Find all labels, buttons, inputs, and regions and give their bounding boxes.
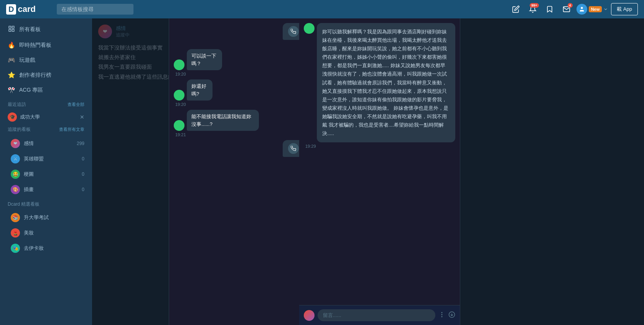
league-board-icon: ⚔ xyxy=(11,154,20,163)
meme-board-icon: 😂 xyxy=(11,170,20,179)
notification-btn[interactable]: 99+ xyxy=(526,2,540,16)
phone-icon-1 xyxy=(288,26,299,37)
sender-avatar-1 xyxy=(174,59,184,70)
bookmark-icon xyxy=(546,5,553,13)
chat-panel-right: 妳可以聽我解釋嗎？我是因為跟同事去酒店剛好碰到妳妹妹在坐檯，我後來喝太醉買他出場… xyxy=(299,18,460,325)
logo[interactable]: D card xyxy=(6,4,52,15)
grid-icon xyxy=(8,25,15,34)
acg-label: ACG 專區 xyxy=(19,87,43,94)
sender-avatar-2 xyxy=(174,90,184,101)
cosplay-label: 去伊卡妝 xyxy=(24,245,44,252)
nav-icons: 99+ 4 New xyxy=(509,2,638,16)
edit-icon xyxy=(512,5,520,13)
svg-rect-3 xyxy=(12,30,14,31)
sidebar-item-games[interactable]: 🎮 玩遊戲 xyxy=(0,53,92,68)
chat-call-1: 取消 19:19 xyxy=(174,23,317,46)
sidebar-item-cosplay[interactable]: 🎭 去伊卡妝 xyxy=(0,241,92,256)
all-boards-label: 所有看板 xyxy=(19,26,41,33)
content-area: ❤ 感情 追蹤中 我當下沒辦法接受這個事實 就搬去外婆家住 我男友一直要跟我碰面… xyxy=(92,18,644,325)
footer-icons xyxy=(438,311,455,320)
chat-call-2: 取消 19:21 xyxy=(174,140,317,163)
romance-board-icon: ❤ xyxy=(11,139,20,148)
long-msg-row: 妳可以聽我解釋嗎？我是因為跟同事去酒店剛好碰到妳妹妹在坐檯，我後來喝太醉買他出場… xyxy=(304,23,455,148)
timestamp-right: 19:29 xyxy=(304,144,318,148)
sidebar-item-meme[interactable]: 😂 梗圖 0 xyxy=(0,167,92,182)
dcard-boards-header: Dcard 精選看板 xyxy=(0,197,92,210)
sender-avatar-3 xyxy=(174,120,184,131)
creators-label: 創作者排行榜 xyxy=(19,72,51,79)
chat-footer-right xyxy=(299,305,460,325)
scroll-down-btn[interactable] xyxy=(448,311,455,320)
chat-msg-incoming-1: 可以談一下嗎？ 19:20 xyxy=(174,49,317,76)
timestamp-2: 19:20 xyxy=(174,72,188,76)
sidebar-item-makeup[interactable]: 💄 美妝 xyxy=(0,225,92,241)
fire-icon: 🔥 xyxy=(8,41,15,49)
art-board-icon: 🎨 xyxy=(11,185,20,194)
mail-badge: 4 xyxy=(568,3,573,8)
dcard-boards-label: Dcard 精選看板 xyxy=(8,201,40,207)
university-icon: 🎓 xyxy=(8,112,17,122)
chat-msg-incoming-2: 妳還好嗎? 19:20 xyxy=(174,79,317,107)
view-all-articles-link[interactable]: 查看所有文章 xyxy=(59,127,84,132)
chat-messages-right: 妳可以聽我解釋嗎？我是因為跟同事去酒店剛好碰到妳妹妹在坐檯，我後來喝太醉買他出場… xyxy=(299,18,460,305)
meme-count: 0 xyxy=(82,172,84,177)
chevron-down-icon xyxy=(603,7,608,12)
acg-icon: 🎌 xyxy=(8,86,15,94)
search-input[interactable] xyxy=(57,4,133,15)
msg-bubble-2: 妳還好嗎? xyxy=(187,79,212,101)
svg-rect-1 xyxy=(12,26,14,28)
svg-rect-0 xyxy=(9,26,11,28)
timestamp-4: 19:21 xyxy=(174,132,188,137)
my-avatar-footer xyxy=(304,310,315,321)
gamepad-icon: 🎮 xyxy=(8,56,15,64)
sidebar-item-hot[interactable]: 🔥 即時熱門看板 xyxy=(0,38,92,53)
svg-rect-2 xyxy=(9,30,11,31)
sender-avatar-long xyxy=(304,23,315,34)
league-label: 英雄聯盟 xyxy=(24,155,44,162)
sidebar-item-acg[interactable]: 🎌 ACG 專區 xyxy=(0,82,92,97)
hot-boards-label: 即時熱門看板 xyxy=(19,42,51,49)
sidebar-item-art[interactable]: 🎨 插畫 0 xyxy=(0,182,92,197)
user-area[interactable]: New xyxy=(576,4,608,15)
sidebar-item-romance[interactable]: ❤ 感情 299 xyxy=(0,136,92,151)
timestamp-3: 19:20 xyxy=(174,102,188,107)
new-badge: New xyxy=(589,6,602,12)
cosplay-board-icon: 🎭 xyxy=(11,244,20,253)
sidebar-item-all-boards[interactable]: 所有看板 xyxy=(0,21,92,38)
meme-label: 梗圖 xyxy=(24,171,34,178)
following-boards-header: 追蹤的看板 查看所有文章 xyxy=(0,125,92,136)
sidebar-item-creators[interactable]: ⭐ 創作者排行榜 xyxy=(0,68,92,82)
notification-badge: 99+ xyxy=(530,3,539,8)
romance-label: 感情 xyxy=(24,140,34,147)
top-nav: D card 99+ xyxy=(0,0,644,18)
recent-label: 最近追訪 xyxy=(8,101,26,108)
download-app-button[interactable]: 載 App xyxy=(611,3,638,15)
recent-section-header: 最近追訪 查看全部 xyxy=(0,97,92,109)
svg-point-5 xyxy=(441,314,442,315)
sidebar-item-league[interactable]: ⚔ 英雄聯盟 0 xyxy=(0,151,92,167)
league-count: 0 xyxy=(82,156,84,162)
games-label: 玩遊戲 xyxy=(19,57,35,64)
msg-bubble-1: 可以談一下嗎？ xyxy=(187,49,222,70)
more-options-btn[interactable] xyxy=(438,311,445,320)
msg-bubble-3: 能不能接我電話讓我知道妳沒事......? xyxy=(187,110,259,131)
chat-msg-incoming-3: 能不能接我電話讓我知道妳沒事......? 19:21 xyxy=(174,110,317,137)
logo-text: card xyxy=(18,4,35,14)
sidebar: 所有看板 🔥 即時熱門看板 🎮 玩遊戲 ⭐ 創作者排行榜 🎌 ACG 專區 最近… xyxy=(0,18,92,325)
main-layout: 所有看板 🔥 即時熱門看板 🎮 玩遊戲 ⭐ 創作者排行榜 🎌 ACG 專區 最近… xyxy=(0,18,644,325)
sidebar-item-college[interactable]: 📚 升大學考試 xyxy=(0,210,92,225)
close-university-btn[interactable]: ✕ xyxy=(80,114,84,120)
mail-btn[interactable]: 4 xyxy=(560,2,573,16)
college-label: 升大學考試 xyxy=(24,214,49,221)
makeup-label: 美妝 xyxy=(24,229,34,236)
svg-point-4 xyxy=(441,312,442,313)
comment-input[interactable] xyxy=(318,309,435,321)
university-item[interactable]: 🎓 成功大學 ✕ xyxy=(0,109,92,125)
long-msg-bubble: 妳可以聽我解釋嗎？我是因為跟同事去酒店剛好碰到妳妹妹在坐檯，我後來喝太醉買他出場… xyxy=(317,23,455,142)
university-name: 成功大學 xyxy=(20,114,40,120)
star-icon: ⭐ xyxy=(8,71,15,79)
edit-icon-btn[interactable] xyxy=(509,2,523,16)
bookmark-btn[interactable] xyxy=(543,2,557,16)
user-avatar xyxy=(576,4,587,15)
view-all-recent[interactable]: 查看全部 xyxy=(68,102,84,107)
